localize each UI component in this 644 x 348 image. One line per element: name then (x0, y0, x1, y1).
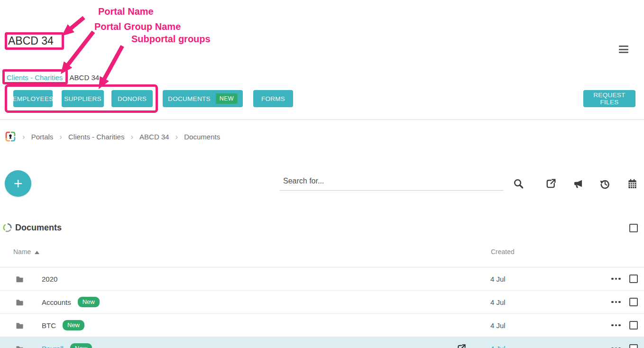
tab-documents-label: DOCUMENTS (168, 95, 211, 102)
breadcrumb-chevron-icon: › (175, 133, 178, 141)
header-divider (0, 119, 644, 120)
folder-icon (16, 267, 24, 290)
tab-forms[interactable]: FORMS (253, 90, 293, 107)
menu-hamburger-icon[interactable] (619, 46, 628, 53)
annotation-subportal-groups: Subportal groups (131, 34, 211, 45)
request-files-button[interactable]: REQUEST FILES (583, 90, 635, 107)
row-checkbox[interactable] (629, 275, 638, 283)
table-row[interactable]: Accounts New 4 Jul (0, 291, 644, 314)
table-row[interactable]: Payroll New 4 Jul (0, 337, 644, 348)
breadcrumb-abcd-34[interactable]: ABCD 34 (139, 133, 169, 141)
created-date: 4 Jul (490, 314, 506, 337)
row-checkbox[interactable] (629, 344, 638, 348)
tab-documents[interactable]: DOCUMENTS NEW (163, 90, 243, 107)
subportal-button-donors[interactable]: DONORS (111, 90, 153, 107)
more-options-icon[interactable] (609, 337, 623, 348)
more-options-icon[interactable] (609, 314, 623, 337)
add-button[interactable]: + (5, 170, 31, 197)
annotation-portal-group-name: Portal Group Name (94, 21, 181, 32)
more-options-icon[interactable] (609, 291, 623, 313)
folder-name[interactable]: 2020 (42, 275, 57, 283)
select-all-checkbox[interactable] (629, 224, 638, 232)
portal-group-breadcrumb: Clients - Charities / ABCD 34 (7, 73, 99, 82)
documents-new-badge: NEW (216, 93, 238, 104)
folder-name[interactable]: Accounts (42, 298, 71, 306)
row-checkbox[interactable] (629, 321, 638, 330)
row-checkbox[interactable] (629, 298, 638, 306)
app-logo-icon[interactable] (5, 131, 16, 142)
new-badge: New (78, 297, 100, 307)
new-badge: New (70, 343, 92, 348)
created-date: 4 Jul (490, 291, 506, 313)
portal-page: Portal Name Portal Group Name Subportal … (0, 0, 644, 348)
table-row[interactable]: 2020 4 Jul (0, 267, 644, 291)
portal-title: ABCD 34 (8, 35, 54, 47)
history-icon[interactable] (598, 177, 611, 190)
column-header-created: Created (491, 248, 515, 256)
calendar-icon[interactable] (626, 177, 638, 190)
search-input[interactable] (280, 174, 504, 191)
megaphone-icon[interactable] (571, 177, 584, 190)
folder-name[interactable]: BTC (42, 321, 56, 330)
folder-name[interactable]: Payroll (42, 345, 64, 348)
column-header-name[interactable]: Name (13, 248, 31, 256)
breadcrumb-chevron-icon: › (22, 133, 25, 141)
share-icon[interactable] (544, 177, 557, 190)
sort-ascending-icon[interactable] (35, 251, 39, 254)
breadcrumb-chevron-icon: › (130, 133, 133, 141)
search-icon[interactable] (512, 177, 524, 190)
breadcrumb-chevron-icon: › (59, 133, 62, 141)
breadcrumb-portals[interactable]: Portals (31, 133, 54, 141)
documents-list: 2020 4 Jul Accounts New 4 Jul (0, 267, 644, 348)
new-badge: New (63, 320, 84, 330)
subportal-button-employees[interactable]: EMPLOYEES (13, 90, 53, 107)
table-row[interactable]: BTC New 4 Jul (0, 314, 644, 337)
documents-app-icon (3, 223, 12, 234)
created-date: 4 Jul (490, 267, 506, 290)
breadcrumb: › Portals › Clients - Charities › ABCD 3… (5, 130, 220, 143)
created-date: 4 Jul (490, 337, 506, 348)
shared-icon (457, 337, 466, 348)
annotation-portal-name: Portal Name (98, 6, 154, 17)
breadcrumb-clients-charities[interactable]: Clients - Charities (68, 133, 124, 141)
subportal-button-suppliers[interactable]: SUPPLIERS (62, 90, 104, 107)
portal-group-link[interactable]: Clients - Charities (7, 73, 63, 82)
portal-group-separator: / (65, 73, 67, 82)
portal-group-current: ABCD 34 (70, 73, 100, 82)
folder-icon (16, 291, 24, 313)
more-options-icon[interactable] (609, 267, 623, 290)
folder-icon (16, 314, 24, 337)
folder-icon (16, 337, 24, 348)
section-title: Documents (15, 223, 62, 233)
breadcrumb-documents: Documents (184, 133, 220, 141)
